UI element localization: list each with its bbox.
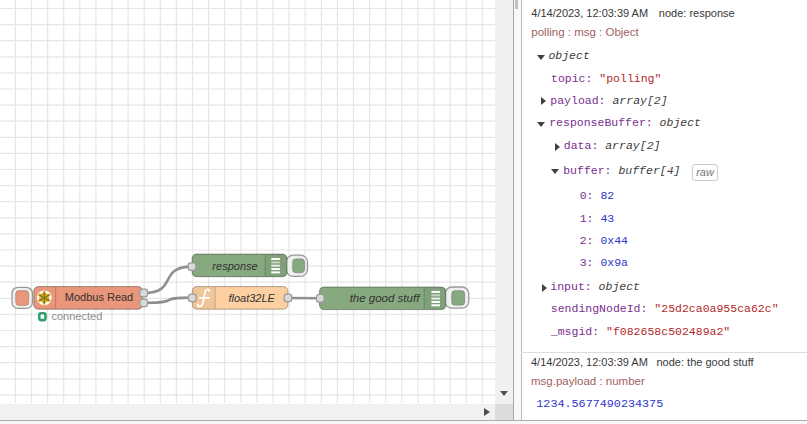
- svg-text:response: response: [212, 260, 257, 272]
- svg-text:Modbus Read: Modbus Read: [65, 291, 134, 303]
- svg-text:float32LE: float32LE: [228, 292, 275, 304]
- svg-text:connected: connected: [52, 310, 103, 322]
- svg-text:the good stuff: the good stuff: [350, 292, 421, 304]
